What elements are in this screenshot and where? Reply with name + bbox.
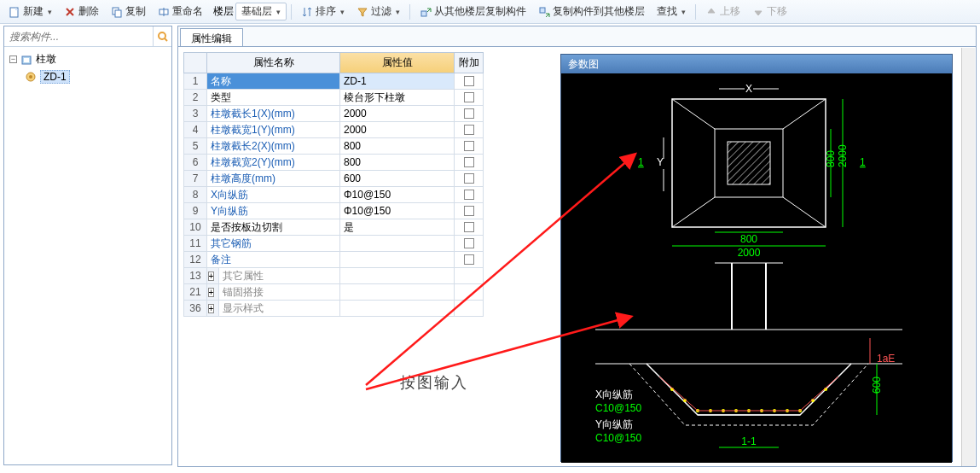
search-button[interactable] <box>153 26 171 46</box>
new-button[interactable]: 新建 <box>3 2 57 21</box>
svg-line-17 <box>672 197 715 227</box>
property-value[interactable] <box>340 284 455 301</box>
property-extra[interactable] <box>455 236 484 252</box>
tree-child-label: ZD-1 <box>40 70 70 84</box>
property-extra[interactable] <box>455 203 484 219</box>
diagram-title: 参数图 <box>561 55 952 73</box>
svg-rect-4 <box>421 11 426 16</box>
svg-text:X向纵筋: X向纵筋 <box>595 388 633 400</box>
property-row[interactable]: 12备注 <box>183 252 484 268</box>
checkbox[interactable] <box>464 108 474 119</box>
tree-child-node[interactable]: ZD-1 <box>25 68 166 85</box>
property-value[interactable]: 600 <box>340 171 455 187</box>
checkbox[interactable] <box>464 206 474 216</box>
property-extra[interactable] <box>455 122 484 138</box>
property-value[interactable]: 2000 <box>340 122 455 138</box>
property-extra[interactable] <box>455 301 484 317</box>
property-row[interactable]: 3柱墩截长1(X)(mm)2000 <box>183 106 484 122</box>
copy-from-layer-button[interactable]: 从其他楼层复制构件 <box>415 2 531 21</box>
property-value[interactable]: 棱台形下柱墩 <box>340 90 455 106</box>
property-value[interactable]: 是 <box>340 219 455 236</box>
property-row[interactable]: 5柱墩截长2(X)(mm)800 <box>183 138 484 155</box>
property-extra[interactable] <box>455 268 484 284</box>
property-value[interactable] <box>340 252 455 268</box>
svg-text:800: 800 <box>825 150 837 167</box>
checkbox[interactable] <box>464 141 474 151</box>
property-extra[interactable] <box>455 106 484 122</box>
property-row[interactable]: 13+其它属性 <box>183 268 484 284</box>
property-row[interactable]: 11其它钢筋 <box>183 236 484 252</box>
sort-button[interactable]: 排序 <box>296 2 350 21</box>
property-row[interactable]: 2类型棱台形下柱墩 <box>183 90 484 106</box>
property-row[interactable]: 21+锚固搭接 <box>183 284 484 301</box>
svg-text:Y: Y <box>657 156 664 168</box>
checkbox[interactable] <box>464 125 474 135</box>
tree-root-label: 柱墩 <box>36 52 56 67</box>
delete-button[interactable]: 删除 <box>59 2 104 21</box>
checkbox[interactable] <box>464 222 474 232</box>
rename-button[interactable]: 重命名 <box>153 2 208 21</box>
search-input[interactable] <box>4 26 153 46</box>
property-extra[interactable] <box>455 284 484 301</box>
tab-strip: 属性编辑 <box>178 26 976 47</box>
property-value[interactable] <box>340 301 455 317</box>
collapse-icon[interactable]: − <box>9 55 17 63</box>
checkbox[interactable] <box>464 238 474 248</box>
property-row[interactable]: 9Y向纵筋Φ10@150 <box>183 203 484 219</box>
expand-icon[interactable]: + <box>208 304 215 313</box>
vertical-scrollbar[interactable] <box>961 48 975 466</box>
property-extra[interactable] <box>455 187 484 203</box>
svg-rect-2 <box>115 10 121 17</box>
property-extra[interactable] <box>455 155 484 171</box>
property-row[interactable]: 4柱墩截宽1(Y)(mm)2000 <box>183 122 484 138</box>
svg-line-18 <box>783 197 826 227</box>
copy-button[interactable]: 复制 <box>106 2 151 21</box>
property-value[interactable]: Φ10@150 <box>340 187 455 203</box>
property-row[interactable]: 7柱墩高度(mm)600 <box>183 171 484 187</box>
property-value[interactable] <box>340 268 455 284</box>
property-value[interactable] <box>340 236 455 252</box>
diagram-panel: 参数图 X Y <box>560 54 953 462</box>
property-value[interactable]: 800 <box>340 155 455 171</box>
tree-root-node[interactable]: − 柱墩 <box>9 50 166 68</box>
property-extra[interactable] <box>455 73 484 90</box>
property-extra[interactable] <box>455 171 484 187</box>
checkbox[interactable] <box>464 190 474 200</box>
checkbox[interactable] <box>464 173 474 184</box>
svg-text:1: 1 <box>860 156 866 168</box>
property-row[interactable]: 8X向纵筋Φ10@150 <box>183 187 484 203</box>
checkbox[interactable] <box>464 76 474 86</box>
expand-icon[interactable]: + <box>208 272 215 281</box>
svg-text:C10@150: C10@150 <box>595 402 642 414</box>
property-extra[interactable] <box>455 138 484 155</box>
checkbox[interactable] <box>464 157 474 167</box>
property-value[interactable]: 2000 <box>340 106 455 122</box>
property-row[interactable]: 36+显示样式 <box>183 301 484 317</box>
col-header-extra: 附加 <box>455 52 484 73</box>
col-header-value[interactable]: 属性值 <box>340 52 455 73</box>
property-extra[interactable] <box>455 252 484 268</box>
property-row[interactable]: 6柱墩截宽2(Y)(mm)800 <box>183 155 484 171</box>
move-up-button: 上移 <box>700 2 745 21</box>
checkbox[interactable] <box>464 92 474 102</box>
svg-text:1aE: 1aE <box>877 353 895 365</box>
svg-text:600: 600 <box>871 377 883 394</box>
property-name: 柱墩高度(mm) <box>207 171 340 187</box>
property-row[interactable]: 1名称ZD-1 <box>183 73 484 90</box>
checkbox[interactable] <box>464 254 474 265</box>
property-row[interactable]: 10是否按板边切割是 <box>183 219 484 236</box>
property-extra[interactable] <box>455 90 484 106</box>
find-button[interactable]: 查找 <box>652 2 691 21</box>
expand-icon[interactable]: + <box>208 288 215 297</box>
col-header-name: 属性名称 <box>207 52 340 73</box>
property-value[interactable]: Φ10@150 <box>340 203 455 219</box>
copy-to-layer-button[interactable]: 复制构件到其他楼层 <box>533 2 650 21</box>
property-value[interactable]: 800 <box>340 138 455 155</box>
tab-properties[interactable]: 属性编辑 <box>180 28 243 46</box>
property-name: 柱墩截宽1(Y)(mm) <box>207 122 340 138</box>
property-value[interactable]: ZD-1 <box>340 73 455 90</box>
property-name: X向纵筋 <box>207 187 340 203</box>
filter-button[interactable]: 过滤 <box>351 2 405 21</box>
property-extra[interactable] <box>455 219 484 236</box>
layer-select[interactable]: 基础层 <box>235 3 287 20</box>
